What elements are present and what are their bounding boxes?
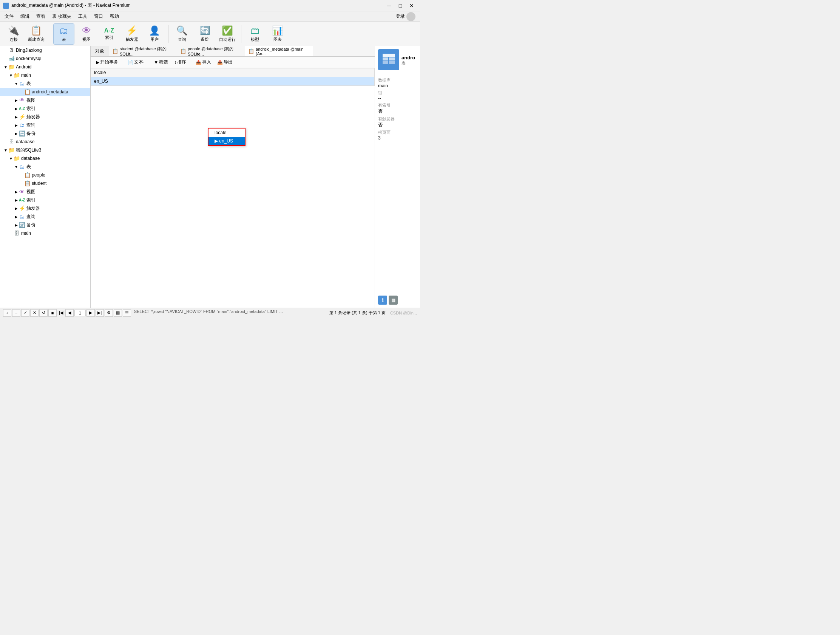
action-sep2 <box>149 59 149 66</box>
label-tables-mysqlite3: 表 <box>27 164 31 170</box>
label-backups-android: 备份 <box>27 130 35 137</box>
sidebar-item-main[interactable]: ▼ 📁 main <box>0 71 90 79</box>
tab-android-metadata[interactable]: 📋 android_metadata @main (An... <box>245 46 313 57</box>
cell-locale: en_US <box>91 77 375 86</box>
sidebar-item-tables-mysqlite3[interactable]: ▼ 🗂 表 <box>0 163 90 171</box>
toolbar-connect[interactable]: 🔌 连接 <box>3 24 24 44</box>
sidebar-item-main2[interactable]: 🗄 main <box>0 229 90 238</box>
menu-view[interactable]: 查看 <box>33 12 48 21</box>
table-view-button[interactable]: ▦ <box>388 296 398 305</box>
sidebar-item-backups-android[interactable]: ▶ 🔄 备份 <box>0 129 90 138</box>
tab-student[interactable]: 📋 student @database (我的SQLit... <box>109 46 177 57</box>
window-title: android_metadata @main (Android) - 表 - N… <box>11 2 131 9</box>
sidebar-item-dingjiaxiong[interactable]: 🖥 DingJiaxiong <box>0 46 90 54</box>
page-input[interactable] <box>74 310 86 317</box>
tab-objects[interactable]: 对象 <box>91 46 109 57</box>
table-row[interactable]: en_US <box>91 77 375 86</box>
icon-dingjiaxiong: 🖥 <box>8 47 14 53</box>
sidebar-item-database[interactable]: 🗄 database <box>0 138 90 146</box>
action-sep3 <box>191 59 191 66</box>
toolbar-sep2 <box>168 25 169 43</box>
sidebar-item-backups-mysqlite3[interactable]: ▶ 🔄 备份 <box>0 221 90 229</box>
dropdown-item-en-us[interactable]: ▶ en_US <box>208 137 245 145</box>
tab-people[interactable]: 📋 people @database (我的SQLite... <box>177 46 245 57</box>
status-bar: + − ✓ ✕ ↺ ■ |◀ ◀ ▶ ▶| ⚙ ▦ ☰ SELECT *,row… <box>0 308 420 318</box>
status-stop[interactable]: ■ <box>48 309 57 317</box>
toolbar-trigger[interactable]: ⚡ 触发器 <box>121 24 142 44</box>
tab-android-metadata-label: android_metadata @main (An... <box>256 47 310 56</box>
sidebar: 🖥 DingJiaxiong 🐋 dockermysql ▼ 📁 Android… <box>0 46 91 308</box>
sidebar-item-triggers-mysqlite3[interactable]: ▶ ⚡ 触发器 <box>0 204 90 212</box>
sidebar-item-views-mysqlite3[interactable]: ▶ 👁 视图 <box>0 187 90 196</box>
filter-button[interactable]: ▼ 筛选 <box>152 58 171 66</box>
sidebar-item-mysqlite3[interactable]: ▼ 📁 我的SQLite3 <box>0 146 90 154</box>
dropdown-item-locale[interactable]: locale <box>208 128 245 137</box>
sidebar-item-indexes-android[interactable]: ▶ A-Z 索引 <box>0 105 90 112</box>
toolbar-autorun[interactable]: ✅ 自动运行 <box>217 24 238 44</box>
status-settings[interactable]: ⚙ <box>105 309 113 317</box>
status-confirm[interactable]: ✓ <box>21 309 30 317</box>
sidebar-item-queries-android[interactable]: ▶ 🗂 查询 <box>0 121 90 129</box>
sidebar-item-dockermysql[interactable]: 🐋 dockermysql <box>0 54 90 63</box>
icon-queries-android: 🗂 <box>19 122 25 128</box>
sidebar-item-android[interactable]: ▼ 📁 Android <box>0 63 90 71</box>
menu-edit[interactable]: 编辑 <box>17 12 33 21</box>
export-button[interactable]: 📤 导出 <box>215 58 235 66</box>
begin-tx-button[interactable]: ▶ 开始事务 <box>94 58 120 66</box>
sidebar-item-queries-mysqlite3[interactable]: ▶ 🗂 查询 <box>0 212 90 221</box>
status-prev[interactable]: ◀ <box>65 309 74 317</box>
close-button[interactable]: ✕ <box>406 1 417 10</box>
tab-android-metadata-icon: 📋 <box>248 48 254 54</box>
toolbar-backup[interactable]: 🔄 备份 <box>194 24 215 44</box>
sidebar-item-indexes-mysqlite3[interactable]: ▶ A-Z 索引 <box>0 196 90 204</box>
status-next[interactable]: ▶ <box>87 309 95 317</box>
arrow-main: ▼ <box>8 73 14 78</box>
sidebar-item-student[interactable]: 📋 student <box>0 179 90 187</box>
sidebar-item-triggers-android[interactable]: ▶ ⚡ 触发器 <box>0 112 90 121</box>
menu-file[interactable]: 文件 <box>2 12 17 21</box>
icon-backups-mysqlite3: 🔄 <box>19 222 25 228</box>
status-refresh[interactable]: ↺ <box>39 309 47 317</box>
column-header-locale[interactable]: locale <box>91 68 375 77</box>
status-grid[interactable]: ▦ <box>114 309 122 317</box>
menu-table[interactable]: 表 收藏夹 <box>49 12 74 21</box>
toolbar-model[interactable]: 🗃 模型 <box>245 24 265 44</box>
menu-help[interactable]: 帮助 <box>107 12 122 21</box>
info-button[interactable]: ℹ <box>378 296 387 305</box>
right-group-key: 组 <box>378 90 417 96</box>
arrow-backups-android: ▶ <box>14 131 19 136</box>
menu-tools[interactable]: 工具 <box>75 12 90 21</box>
toolbar-table[interactable]: 🗂 表 <box>53 24 74 44</box>
sidebar-item-people[interactable]: 📋 people <box>0 171 90 179</box>
status-last[interactable]: ▶| <box>96 309 104 317</box>
sidebar-item-tables-android[interactable]: ▼ 🗂 表 <box>0 79 90 88</box>
sidebar-item-views-android[interactable]: ▶ 👁 视图 <box>0 96 90 105</box>
import-button[interactable]: 📥 导入 <box>193 58 213 66</box>
login-button[interactable]: 登录 <box>393 11 418 22</box>
dropdown-label-en-us: en_US <box>219 138 233 144</box>
menu-window[interactable]: 窗口 <box>91 12 106 21</box>
icon-backups-android: 🔄 <box>19 130 25 136</box>
status-cancel[interactable]: ✕ <box>30 309 38 317</box>
toolbar-chart[interactable]: 📊 图表 <box>267 24 288 44</box>
status-remove[interactable]: − <box>12 309 21 317</box>
toolbar-view[interactable]: 👁 视图 <box>76 24 97 44</box>
maximize-button[interactable]: □ <box>395 1 406 10</box>
arrow-views-mysqlite3: ▶ <box>14 190 19 194</box>
toolbar-index[interactable]: A-Z 索引 <box>99 24 120 44</box>
sort-button[interactable]: ↕ 排序 <box>172 58 188 66</box>
app-icon <box>3 3 9 9</box>
status-add[interactable]: + <box>3 309 11 317</box>
minimize-button[interactable]: ─ <box>384 1 394 10</box>
text-button[interactable]: 📄 文本· <box>125 58 147 66</box>
status-list[interactable]: ☰ <box>123 309 131 317</box>
toolbar-newquery[interactable]: 📋 新建查询 <box>26 24 47 44</box>
arrow-mysqlite3: ▼ <box>3 148 8 152</box>
dropdown-menu: locale ▶ en_US <box>208 128 245 146</box>
sidebar-item-mysqlite3-db[interactable]: ▼ 📁 database <box>0 154 90 163</box>
sidebar-item-android-metadata[interactable]: 📋 android_metadata <box>0 88 90 96</box>
toolbar-query[interactable]: 🔍 查询 <box>172 24 193 44</box>
arrow-tables-mysqlite3: ▼ <box>14 165 19 169</box>
arrow-indexes-android: ▶ <box>14 106 19 111</box>
toolbar-user[interactable]: 👤 用户 <box>144 24 165 44</box>
